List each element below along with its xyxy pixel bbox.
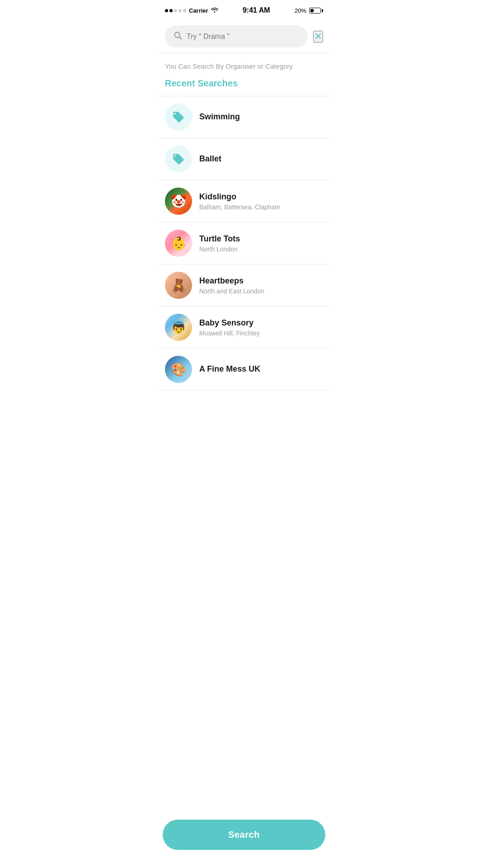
- signal-dots: [165, 9, 186, 12]
- turtle-tots-sub: North London: [199, 245, 323, 253]
- turtle-tots-avatar-img: 👶: [165, 230, 192, 257]
- search-bar-container: ✕: [156, 18, 332, 53]
- status-right: 20%: [295, 7, 323, 14]
- fine-mess-text: A Fine Mess UK: [199, 364, 323, 374]
- wifi-icon: [211, 7, 218, 14]
- battery-icon: [309, 8, 323, 14]
- list-item[interactable]: Swimming: [156, 96, 332, 138]
- swimming-avatar: [165, 104, 192, 131]
- fine-mess-avatar-img: 🎨: [165, 356, 192, 383]
- heartbeeps-name: Heartbeeps: [199, 276, 323, 286]
- search-input[interactable]: [187, 33, 300, 41]
- baby-sensory-name: Baby Sensory: [199, 318, 323, 328]
- status-bar: Carrier 9:41 AM 20%: [156, 0, 332, 18]
- search-subtitle: You Can Search By Organiser or Category: [156, 53, 332, 75]
- turtle-tots-avatar: 👶: [165, 230, 192, 257]
- signal-dot-1: [165, 9, 168, 12]
- ballet-name: Ballet: [199, 154, 323, 164]
- kidslingo-avatar-img: 🤡: [165, 188, 192, 215]
- kidslingo-name: Kidslingo: [199, 192, 323, 202]
- list-item[interactable]: Ballet: [156, 138, 332, 180]
- turtle-tots-name: Turtle Tots: [199, 234, 323, 244]
- search-icon: [173, 31, 182, 42]
- recent-searches-list: Swimming Ballet 🤡 Kidslingo Balham, Batt…: [156, 96, 332, 391]
- baby-sensory-sub: Muswell Hill, Finchley: [199, 330, 323, 337]
- recent-searches-title: Recent Searches: [156, 75, 332, 96]
- heartbeeps-text: Heartbeeps North and East London: [199, 276, 323, 294]
- signal-dot-4: [178, 9, 182, 12]
- list-item[interactable]: 👶 Turtle Tots North London: [156, 222, 332, 264]
- kidslingo-text: Kidslingo Balham, Battersea, Clapham: [199, 192, 323, 210]
- list-item[interactable]: 🤡 Kidslingo Balham, Battersea, Clapham: [156, 180, 332, 222]
- fine-mess-avatar: 🎨: [165, 356, 192, 383]
- turtle-tots-text: Turtle Tots North London: [199, 234, 323, 252]
- svg-line-1: [179, 37, 182, 39]
- swimming-text: Swimming: [199, 112, 323, 122]
- ballet-text: Ballet: [199, 154, 323, 164]
- fine-mess-name: A Fine Mess UK: [199, 364, 323, 374]
- signal-dot-3: [174, 9, 177, 12]
- signal-dot-2: [169, 9, 173, 12]
- heartbeeps-sub: North and East London: [199, 288, 323, 295]
- signal-dot-5: [183, 9, 186, 12]
- list-item[interactable]: 🎨 A Fine Mess UK: [156, 349, 332, 391]
- heartbeeps-avatar-img: 🧸: [165, 272, 192, 299]
- carrier-label: Carrier: [189, 7, 208, 14]
- baby-sensory-avatar: 👼: [165, 314, 192, 341]
- ballet-avatar: [165, 146, 192, 173]
- kidslingo-avatar: 🤡: [165, 188, 192, 215]
- close-button[interactable]: ✕: [313, 31, 323, 42]
- baby-sensory-avatar-img: 👼: [165, 314, 192, 341]
- search-input-wrapper[interactable]: [165, 25, 308, 47]
- battery-percent: 20%: [295, 7, 306, 14]
- heartbeeps-avatar: 🧸: [165, 272, 192, 299]
- list-item[interactable]: 👼 Baby Sensory Muswell Hill, Finchley: [156, 307, 332, 349]
- swimming-name: Swimming: [199, 112, 323, 122]
- status-left: Carrier: [165, 7, 218, 14]
- time-display: 9:41 AM: [243, 6, 270, 14]
- list-item[interactable]: 🧸 Heartbeeps North and East London: [156, 264, 332, 307]
- kidslingo-sub: Balham, Battersea, Clapham: [199, 203, 323, 211]
- baby-sensory-text: Baby Sensory Muswell Hill, Finchley: [199, 318, 323, 336]
